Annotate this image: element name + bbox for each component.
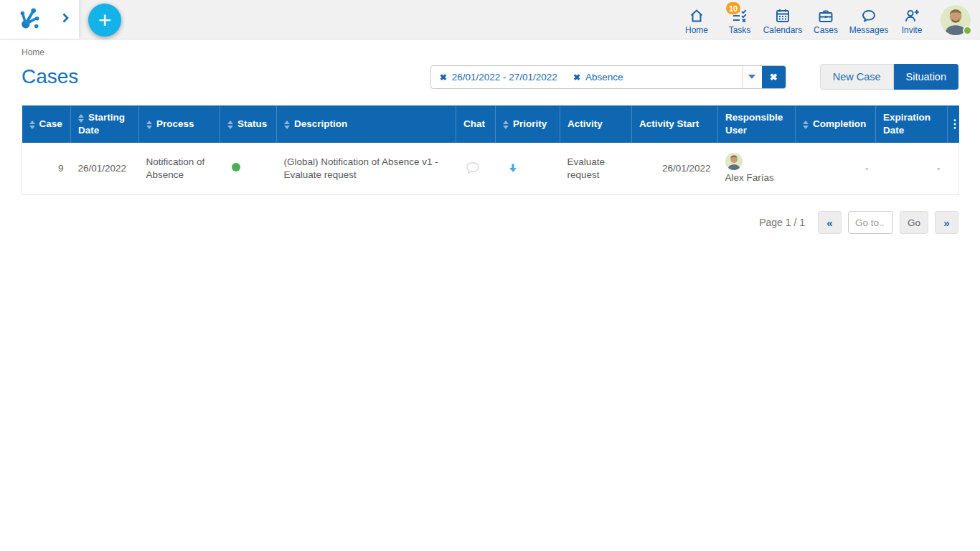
filter-dropdown-button[interactable] [742, 66, 762, 88]
status-green-dot [232, 163, 240, 171]
chat-bubble-icon [465, 161, 481, 176]
cell-activity: Evaluate request [560, 143, 632, 195]
sort-icon [284, 121, 290, 129]
responsible-user-name: Alex Farías [725, 171, 774, 184]
column-header-completion[interactable]: Completion [796, 105, 876, 143]
sort-icon [146, 121, 152, 129]
column-header-status[interactable]: Status [220, 105, 277, 143]
home-icon [688, 7, 705, 24]
column-options-menu[interactable]: ⋮ [948, 105, 959, 143]
column-header-activity: Activity [560, 105, 632, 143]
responsible-user-avatar [725, 153, 743, 170]
sort-icon [29, 121, 35, 129]
main-content: Home Cases ✖26/01/2022 - 27/01/2022 ✖Abs… [0, 47, 980, 234]
column-header-activity-start: Activity Start [632, 105, 718, 143]
go-button[interactable]: Go [900, 211, 928, 234]
cell-completion: - [796, 143, 876, 195]
kebab-menu-icon: ⋮ [949, 118, 961, 130]
remove-filter-icon[interactable]: ✖ [573, 72, 580, 83]
nav-messages[interactable]: Messages [847, 0, 890, 39]
nav-tasks[interactable]: 10 Tasks [718, 0, 761, 39]
top-navigation: Home 10 Tasks Calendars [675, 0, 980, 39]
priority-low-arrow-icon [507, 163, 519, 174]
table-header-row: Case Starting Date Process Status Descri… [22, 105, 959, 143]
remove-filter-icon[interactable]: ✖ [440, 72, 447, 83]
sort-icon [503, 121, 509, 129]
invite-user-icon [903, 7, 920, 24]
nav-label: Cases [814, 25, 838, 35]
situation-button[interactable]: Situation [894, 64, 958, 90]
filter-chip-label: Absence [585, 72, 623, 83]
filter-input[interactable]: ✖26/01/2022 - 27/01/2022 ✖Absence [431, 66, 742, 88]
nav-label: Home [685, 25, 708, 35]
sort-icon [803, 121, 809, 129]
sidebar-expand-icon[interactable] [62, 13, 69, 26]
user-avatar[interactable] [941, 5, 971, 35]
nav-label: Invite [902, 25, 923, 35]
flokzu-logo-icon[interactable] [19, 6, 44, 32]
clear-filters-button[interactable]: ✖ [762, 66, 786, 88]
last-page-button[interactable]: » [935, 211, 958, 234]
nav-home[interactable]: Home [675, 0, 718, 39]
breadcrumb[interactable]: Home [22, 47, 958, 57]
nav-cases[interactable]: Cases [804, 0, 847, 39]
calendar-icon [774, 7, 791, 24]
column-header-case[interactable]: Case [22, 105, 71, 143]
filter-chip-label: 26/01/2022 - 27/01/2022 [452, 72, 557, 83]
cell-expiration-date: - [876, 143, 948, 195]
column-header-description[interactable]: Description [277, 105, 456, 143]
column-header-responsible-user: Responsible User [718, 105, 796, 143]
topbar: + Home 10 Tasks [0, 0, 980, 39]
table-row[interactable]: 9 26/01/2022 Notification of Absence (Gl… [22, 143, 959, 195]
column-header-chat: Chat [456, 105, 496, 143]
cell-chat[interactable] [456, 143, 496, 195]
pagination: Page 1 / 1 « Go » [22, 211, 958, 234]
page-indicator: Page 1 / 1 [759, 217, 805, 228]
goto-page-input[interactable] [848, 211, 893, 234]
view-toggle: New Case Situation [820, 64, 958, 90]
sort-icon [227, 121, 233, 129]
cell-responsible-user: Alex Farías [718, 143, 796, 195]
cell-activity-start: 26/01/2022 [632, 143, 718, 195]
nav-calendars[interactable]: Calendars [761, 0, 804, 39]
sort-icon [78, 114, 84, 123]
presence-status-dot [963, 26, 972, 35]
cell-status [220, 143, 277, 195]
message-bubble-icon [860, 7, 877, 24]
cell-description: (Global) Notification of Absence v1 - Ev… [277, 143, 456, 195]
logo-box [0, 0, 79, 39]
cell-process: Notification of Absence [139, 143, 220, 195]
cases-table: Case Starting Date Process Status Descri… [22, 105, 959, 195]
cell-starting-date: 26/01/2022 [71, 143, 139, 195]
nav-label: Calendars [763, 25, 803, 35]
filter-chip-absence[interactable]: ✖Absence [573, 72, 623, 83]
column-header-expiration-date: Expiration Date [876, 105, 948, 143]
column-header-process[interactable]: Process [139, 105, 220, 143]
cell-row-menu [948, 143, 959, 195]
filter-bar: ✖26/01/2022 - 27/01/2022 ✖Absence ✖ [430, 65, 786, 89]
cell-priority [496, 143, 560, 195]
page-title: Cases [22, 65, 78, 88]
new-case-fab-button[interactable]: + [88, 4, 121, 37]
filter-chip-date-range[interactable]: ✖26/01/2022 - 27/01/2022 [440, 72, 557, 83]
tasks-count-badge: 10 [726, 2, 740, 14]
nav-invite[interactable]: Invite [890, 0, 933, 39]
briefcase-icon [817, 7, 834, 24]
first-page-button[interactable]: « [818, 211, 842, 234]
page-header: Cases ✖26/01/2022 - 27/01/2022 ✖Absence … [22, 63, 958, 90]
column-header-starting-date[interactable]: Starting Date [71, 105, 139, 143]
chevron-down-icon [748, 75, 755, 79]
nav-label: Messages [849, 25, 889, 35]
cell-case-number: 9 [22, 143, 71, 195]
nav-label: Tasks [729, 25, 751, 35]
new-case-button[interactable]: New Case [820, 64, 894, 90]
column-header-priority[interactable]: Priority [496, 105, 560, 143]
